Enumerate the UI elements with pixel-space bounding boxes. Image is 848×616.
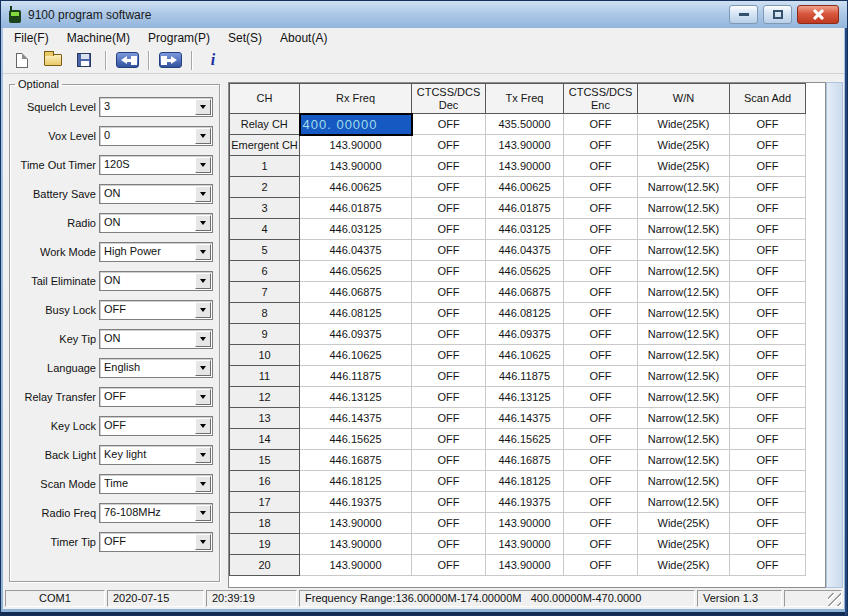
- cell[interactable]: Narrow(12.5K): [638, 450, 730, 471]
- row-header-cell[interactable]: 11: [230, 366, 300, 387]
- relay-transfer-dropdown[interactable]: OFF: [99, 387, 213, 407]
- dropdown-button[interactable]: [195, 418, 211, 434]
- cell[interactable]: 143.90000: [486, 555, 564, 576]
- dropdown-button[interactable]: [195, 505, 211, 521]
- open-file-button[interactable]: [41, 49, 65, 72]
- row-header-cell[interactable]: 16: [230, 471, 300, 492]
- maximize-button[interactable]: [763, 5, 792, 24]
- cell[interactable]: Narrow(12.5K): [638, 408, 730, 429]
- row-header-cell[interactable]: 17: [230, 492, 300, 513]
- cell[interactable]: OFF: [730, 177, 806, 198]
- cell[interactable]: OFF: [412, 219, 486, 240]
- cell[interactable]: Wide(25K): [638, 135, 730, 156]
- cell[interactable]: 446.11875: [300, 366, 412, 387]
- cell[interactable]: Narrow(12.5K): [638, 471, 730, 492]
- cell[interactable]: OFF: [730, 387, 806, 408]
- cell[interactable]: OFF: [564, 156, 638, 177]
- cell[interactable]: OFF: [564, 303, 638, 324]
- row-header-cell[interactable]: 14: [230, 429, 300, 450]
- cell[interactable]: OFF: [564, 429, 638, 450]
- cell[interactable]: 446.19375: [300, 492, 412, 513]
- cell[interactable]: 143.90000: [300, 513, 412, 534]
- cell[interactable]: OFF: [412, 387, 486, 408]
- cell[interactable]: Narrow(12.5K): [638, 240, 730, 261]
- dropdown-button[interactable]: [195, 331, 211, 347]
- cell[interactable]: 446.18125: [486, 471, 564, 492]
- cell[interactable]: OFF: [564, 219, 638, 240]
- cell[interactable]: Narrow(12.5K): [638, 429, 730, 450]
- dropdown-button[interactable]: [195, 157, 211, 173]
- read-from-radio-button[interactable]: [115, 49, 139, 72]
- cell[interactable]: OFF: [730, 513, 806, 534]
- cell[interactable]: 143.90000: [300, 135, 412, 156]
- table-vertical-scrollbar[interactable]: [826, 82, 843, 588]
- cell[interactable]: OFF: [730, 345, 806, 366]
- cell[interactable]: 446.03125: [486, 219, 564, 240]
- cell[interactable]: OFF: [412, 429, 486, 450]
- dropdown-button[interactable]: [195, 476, 211, 492]
- cell[interactable]: 446.09375: [486, 324, 564, 345]
- cell[interactable]: OFF: [564, 492, 638, 513]
- cell[interactable]: Narrow(12.5K): [638, 282, 730, 303]
- dropdown-button[interactable]: [195, 360, 211, 376]
- cell[interactable]: OFF: [730, 240, 806, 261]
- cell[interactable]: OFF: [730, 324, 806, 345]
- cell[interactable]: OFF: [564, 513, 638, 534]
- cell[interactable]: OFF: [412, 450, 486, 471]
- cell[interactable]: Narrow(12.5K): [638, 198, 730, 219]
- cell[interactable]: OFF: [730, 366, 806, 387]
- resize-grip[interactable]: [828, 593, 841, 606]
- cell[interactable]: OFF: [412, 240, 486, 261]
- cell[interactable]: Narrow(12.5K): [638, 345, 730, 366]
- cell[interactable]: 446.09375: [300, 324, 412, 345]
- dropdown-button[interactable]: [195, 186, 211, 202]
- cell[interactable]: Narrow(12.5K): [638, 177, 730, 198]
- key-lock-dropdown[interactable]: OFF: [99, 416, 213, 436]
- cell[interactable]: OFF: [730, 261, 806, 282]
- cell[interactable]: OFF: [730, 198, 806, 219]
- menu-machine[interactable]: Machine(M): [58, 29, 139, 47]
- cell[interactable]: Wide(25K): [638, 555, 730, 576]
- cell[interactable]: OFF: [730, 303, 806, 324]
- cell[interactable]: 446.04375: [486, 240, 564, 261]
- row-header-cell[interactable]: Emergent CH: [230, 135, 300, 156]
- cell[interactable]: OFF: [730, 555, 806, 576]
- row-header-cell[interactable]: 20: [230, 555, 300, 576]
- tail-eliminate-dropdown[interactable]: ON: [99, 271, 213, 291]
- cell[interactable]: 143.90000: [300, 156, 412, 177]
- row-header-cell[interactable]: 3: [230, 198, 300, 219]
- cell[interactable]: OFF: [564, 471, 638, 492]
- dropdown-button[interactable]: [195, 99, 211, 115]
- cell[interactable]: OFF: [412, 366, 486, 387]
- timer-tip-dropdown[interactable]: OFF: [99, 532, 213, 552]
- cell[interactable]: OFF: [564, 345, 638, 366]
- cell[interactable]: 446.14375: [486, 408, 564, 429]
- cell[interactable]: 446.00625: [300, 177, 412, 198]
- row-header-cell[interactable]: 4: [230, 219, 300, 240]
- time-out-timer-dropdown[interactable]: 120S: [99, 155, 213, 175]
- row-header-cell[interactable]: Relay CH: [230, 114, 300, 135]
- dropdown-button[interactable]: [195, 302, 211, 318]
- cell[interactable]: Wide(25K): [638, 156, 730, 177]
- cell[interactable]: OFF: [412, 135, 486, 156]
- language-dropdown[interactable]: English: [99, 358, 213, 378]
- cell[interactable]: 446.00625: [486, 177, 564, 198]
- cell[interactable]: OFF: [412, 471, 486, 492]
- row-header-cell[interactable]: 13: [230, 408, 300, 429]
- cell[interactable]: OFF: [564, 324, 638, 345]
- cell[interactable]: 446.13125: [300, 387, 412, 408]
- cell[interactable]: OFF: [730, 534, 806, 555]
- squelch-level-dropdown[interactable]: 3: [99, 97, 213, 117]
- dropdown-button[interactable]: [195, 447, 211, 463]
- cell[interactable]: OFF: [564, 261, 638, 282]
- cell[interactable]: OFF: [564, 135, 638, 156]
- cell[interactable]: 446.08125: [486, 303, 564, 324]
- dropdown-button[interactable]: [195, 215, 211, 231]
- row-header-cell[interactable]: 6: [230, 261, 300, 282]
- cell[interactable]: OFF: [412, 492, 486, 513]
- cell[interactable]: 446.06875: [300, 282, 412, 303]
- cell[interactable]: OFF: [730, 429, 806, 450]
- cell[interactable]: OFF: [730, 471, 806, 492]
- cell[interactable]: Wide(25K): [638, 534, 730, 555]
- cell[interactable]: Narrow(12.5K): [638, 492, 730, 513]
